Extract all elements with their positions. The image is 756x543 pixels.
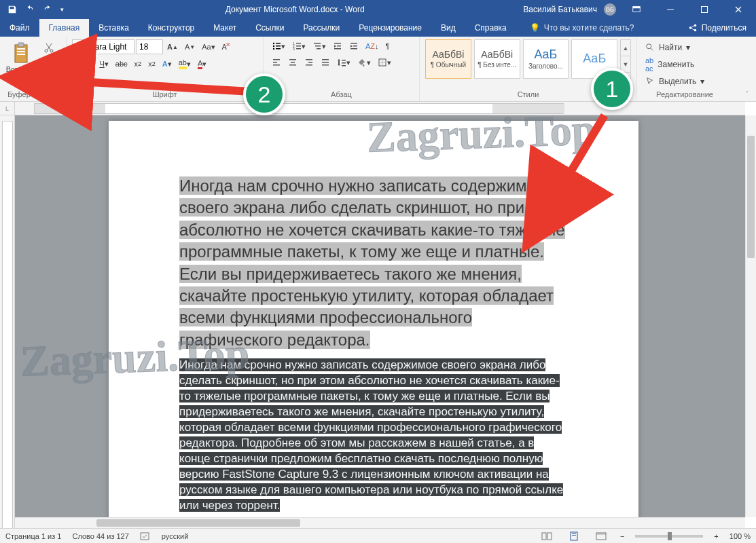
highlight-button[interactable]: ab▾ bbox=[176, 57, 194, 71]
sort-button[interactable]: AZ↓ bbox=[363, 39, 382, 53]
align-justify-button[interactable] bbox=[318, 56, 333, 69]
borders-button[interactable]: ▾ bbox=[375, 56, 394, 69]
tab-view[interactable]: Вид bbox=[431, 19, 465, 37]
style-normal[interactable]: АаБбВі¶ Обычный bbox=[425, 39, 471, 79]
italic-button[interactable]: К bbox=[86, 57, 95, 71]
paste-button[interactable]: Вставить ▾ bbox=[5, 39, 38, 83]
minimize-button[interactable] bbox=[657, 0, 684, 19]
maximize-button[interactable] bbox=[691, 0, 718, 19]
share-button[interactable]: Поделиться bbox=[679, 19, 756, 37]
ruler-corner[interactable]: L bbox=[0, 102, 15, 115]
superscript-button[interactable]: x2 bbox=[145, 57, 158, 71]
cut-button[interactable] bbox=[41, 41, 57, 54]
tab-help[interactable]: Справка bbox=[465, 19, 516, 37]
style-scroll-up[interactable]: ▲ bbox=[621, 40, 630, 56]
svg-rect-51 bbox=[342, 60, 346, 61]
zoom-slider[interactable] bbox=[635, 535, 703, 538]
svg-rect-19 bbox=[276, 43, 281, 44]
vscroll-thumb[interactable] bbox=[747, 136, 755, 258]
close-button[interactable] bbox=[725, 0, 752, 19]
show-marks-button[interactable]: ¶ bbox=[383, 39, 393, 53]
qat-customize-button[interactable]: ▾ bbox=[57, 1, 67, 18]
view-print-button[interactable] bbox=[566, 530, 582, 542]
status-page[interactable]: Страница 1 из 1 bbox=[5, 532, 61, 540]
font-size-input[interactable] bbox=[136, 39, 163, 54]
status-language[interactable]: русский bbox=[162, 532, 188, 540]
shrink-font-button[interactable]: A▼ bbox=[182, 40, 198, 54]
multilevel-list-button[interactable]: ▾ bbox=[310, 39, 329, 53]
tab-insert[interactable]: Вставка bbox=[89, 19, 139, 37]
horizontal-ruler[interactable] bbox=[15, 102, 745, 115]
text-effects-button[interactable]: A▾ bbox=[160, 57, 175, 71]
view-read-button[interactable] bbox=[539, 530, 555, 542]
collapse-ribbon-button[interactable]: ˆ bbox=[741, 89, 753, 100]
tab-file[interactable]: Файл bbox=[0, 19, 39, 37]
svg-point-18 bbox=[273, 43, 274, 44]
ribbon: Вставить ▾ Буфер обмена A▲ A▼ Aa▾ A✕ Ж bbox=[0, 37, 756, 102]
save-button[interactable] bbox=[4, 1, 20, 18]
decrease-indent-button[interactable] bbox=[330, 39, 345, 53]
svg-rect-42 bbox=[289, 59, 296, 60]
horizontal-scrollbar[interactable] bbox=[15, 517, 745, 528]
zoom-in-button[interactable]: + bbox=[714, 532, 718, 540]
hscroll-thumb[interactable] bbox=[96, 519, 300, 527]
font-name-input[interactable] bbox=[72, 39, 134, 54]
svg-rect-3 bbox=[702, 7, 708, 13]
subscript-button[interactable]: x2 bbox=[132, 57, 145, 71]
shading-button[interactable]: ▾ bbox=[355, 56, 374, 69]
tell-me-input[interactable]: 💡 Что вы хотите сделать? bbox=[522, 19, 643, 37]
numbering-button[interactable]: 123▾ bbox=[289, 39, 308, 53]
style-expand[interactable]: ▾ bbox=[621, 73, 630, 88]
bullets-button[interactable]: ▾ bbox=[269, 39, 288, 53]
tab-references[interactable]: Ссылки bbox=[246, 19, 293, 37]
paragraph-1[interactable]: Иногда нам срочно нужно записать содержи… bbox=[179, 175, 568, 351]
line-spacing-button[interactable]: ▾ bbox=[334, 56, 353, 69]
svg-rect-64 bbox=[572, 533, 576, 534]
ribbon-options-button[interactable] bbox=[623, 0, 650, 19]
status-words[interactable]: Слово 44 из 127 bbox=[72, 532, 128, 540]
zoom-level[interactable]: 100 % bbox=[730, 532, 751, 540]
undo-button[interactable] bbox=[22, 1, 38, 18]
find-button[interactable]: Найти ▾ bbox=[643, 41, 727, 54]
tab-home[interactable]: Главная bbox=[39, 19, 90, 37]
increase-indent-button[interactable] bbox=[346, 39, 361, 53]
align-right-button[interactable] bbox=[302, 56, 317, 69]
user-avatar[interactable]: ВБ bbox=[604, 3, 616, 16]
svg-point-22 bbox=[273, 48, 274, 50]
tab-design[interactable]: Конструктор bbox=[139, 19, 204, 37]
bold-button[interactable]: Ж bbox=[72, 57, 84, 71]
align-left-button[interactable] bbox=[269, 56, 284, 69]
grow-font-button[interactable]: A▲ bbox=[164, 40, 181, 54]
select-button[interactable]: Выделить ▾ bbox=[643, 75, 727, 88]
format-painter-button[interactable] bbox=[41, 75, 57, 88]
vertical-scrollbar[interactable] bbox=[745, 115, 756, 517]
style-heading2[interactable]: АаБ bbox=[571, 39, 617, 79]
user-name[interactable]: Василий Батькавич bbox=[523, 5, 597, 14]
style-scroll-down[interactable]: ▼ bbox=[621, 56, 630, 73]
underline-button[interactable]: Ч▾ bbox=[96, 57, 111, 71]
svg-rect-23 bbox=[276, 48, 281, 50]
replace-button[interactable]: abacЗаменить bbox=[643, 55, 727, 74]
document-area[interactable]: Иногда нам срочно нужно записать содержи… bbox=[15, 115, 745, 517]
strikethrough-button[interactable]: abc bbox=[113, 57, 130, 71]
vertical-ruler[interactable] bbox=[0, 115, 15, 528]
tab-layout[interactable]: Макет bbox=[204, 19, 246, 37]
style-heading1[interactable]: АаБЗаголово... bbox=[523, 39, 569, 79]
svg-rect-48 bbox=[322, 59, 329, 60]
zoom-thumb[interactable] bbox=[668, 532, 672, 540]
proofing-icon[interactable] bbox=[140, 531, 151, 541]
zoom-out-button[interactable]: − bbox=[620, 532, 624, 540]
change-case-button[interactable]: Aa▾ bbox=[199, 40, 217, 54]
redo-button[interactable] bbox=[39, 1, 56, 18]
tab-review[interactable]: Рецензирование bbox=[349, 19, 431, 37]
paragraph-2[interactable]: Иногда нам срочно нужно записать содержи… bbox=[179, 358, 568, 513]
status-bar: Страница 1 из 1 Слово 44 из 127 русский … bbox=[0, 528, 756, 543]
style-no-spacing[interactable]: АаБбВі¶ Без инте... bbox=[474, 39, 520, 79]
tab-mailings[interactable]: Рассылки bbox=[293, 19, 349, 37]
clear-formatting-button[interactable]: A✕ bbox=[219, 40, 230, 54]
copy-button[interactable] bbox=[41, 58, 57, 71]
brush-icon bbox=[43, 76, 54, 87]
view-web-button[interactable] bbox=[593, 530, 609, 542]
align-center-button[interactable] bbox=[285, 56, 300, 69]
font-color-button[interactable]: A▾ bbox=[195, 57, 209, 71]
